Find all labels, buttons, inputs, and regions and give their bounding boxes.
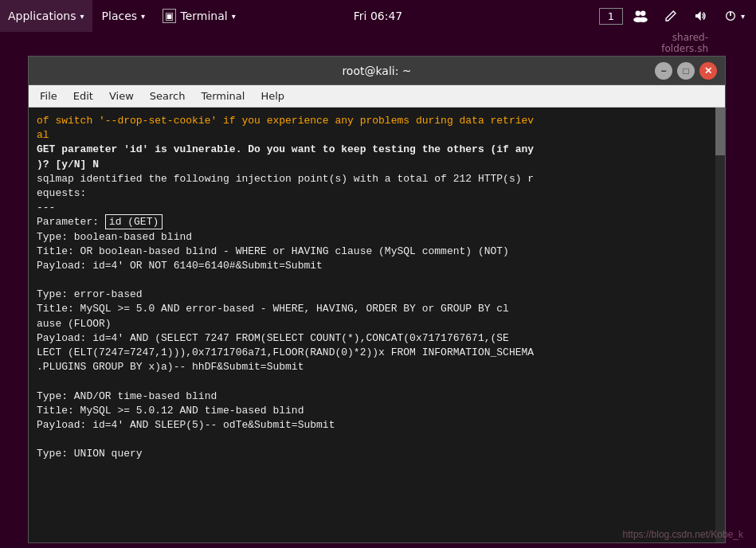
volume-icon [693,10,707,22]
output-line-1: of switch '--drop-set-cookie' if you exp… [37,114,717,128]
workspace-box[interactable]: 1 [599,8,623,25]
taskbar-right: 1 ▾ [599,6,756,25]
applications-menu[interactable]: Applications ▾ [0,0,92,32]
svg-point-1 [640,11,645,16]
title-bar: root@kali: ~ − □ ✕ [29,57,725,85]
pen-icon [664,10,677,22]
output-line-20: Type: AND/OR time-based blind [37,389,717,404]
window-controls: − □ ✕ [655,62,717,80]
menu-file[interactable]: File [32,88,65,104]
output-line-4: )? [y/N] N [37,158,717,172]
taskbar: Applications ▾ Places ▾ ▣ Terminal ▾ Fri… [0,0,756,32]
users-icon [633,10,648,22]
output-line-17: LECT (ELT(7247=7247,1))),0x7171706a71,FL… [37,346,717,360]
terminal-icon: ▣ [163,9,176,23]
output-line-12 [37,273,717,288]
applications-label: Applications [8,10,76,22]
output-line-9: Type: boolean-based blind [37,230,717,245]
param-label: Parameter: [37,216,99,228]
volume-icon-btn[interactable] [687,6,714,25]
close-button[interactable]: ✕ [699,62,717,80]
users-icon-btn[interactable] [626,6,655,25]
output-line-5: sqlmap identified the following injectio… [37,172,717,186]
output-line-15: ause (FLOOR) [37,317,717,331]
url-text: https://blog.csdn.net/Kobe_k [623,529,743,540]
menu-bar: File Edit View Search Terminal Help [29,85,725,108]
output-line-21: Title: MySQL >= 5.0.12 AND time-based bl… [37,404,717,418]
desktop-shared-folders: shared- folders.sh [661,32,708,54]
output-line-19 [37,374,717,389]
terminal-label: Terminal [180,10,227,22]
output-line-16: Payload: id=4' AND (SELECT 7247 FROM(SEL… [37,331,717,346]
taskbar-clock: Fri 06:47 [354,10,402,22]
svg-point-3 [639,18,648,22]
menu-search[interactable]: Search [142,88,194,104]
output-line-2: al [37,128,717,143]
terminal-output[interactable]: of switch '--drop-set-cookie' if you exp… [29,108,725,542]
output-line-24: Type: UNION query [37,447,717,461]
maximize-button[interactable]: □ [677,62,695,80]
output-line-6: equests: [37,186,717,201]
datetime-display: Fri 06:47 [354,10,402,22]
minimize-button[interactable]: − [655,62,672,80]
svg-marker-4 [695,11,701,21]
shared-folders-line2: folders.sh [661,43,708,54]
menu-terminal[interactable]: Terminal [193,88,253,104]
places-menu[interactable]: Places ▾ [94,0,154,32]
output-line-10: Title: OR boolean-based blind - WHERE or… [37,245,717,259]
shared-folders-line1: shared- [661,32,708,43]
places-chevron-icon: ▾ [141,12,145,21]
scrollbar[interactable] [715,108,725,542]
output-line-18: .PLUGINS GROUP BY x)a)-- hhDF&Submit=Sub… [37,360,717,374]
terminal-chevron-icon: ▾ [232,12,236,21]
applications-chevron-icon: ▾ [80,12,84,21]
power-icon-btn[interactable]: ▾ [717,6,751,25]
terminal-menu[interactable]: ▣ Terminal ▾ [155,0,244,32]
output-line-7: --- [37,201,717,215]
title-text: root@kali: ~ [342,65,411,77]
places-label: Places [102,10,138,22]
param-highlight: id (GET) [105,214,163,229]
svg-point-0 [636,11,640,16]
pen-icon-btn[interactable] [658,6,684,25]
menu-edit[interactable]: Edit [65,88,101,104]
scrollbar-thumb[interactable] [715,108,725,155]
terminal-window: root@kali: ~ − □ ✕ File Edit View Search… [28,56,726,543]
power-chevron-icon: ▾ [741,12,745,21]
output-line-13: Type: error-based [37,288,717,302]
menu-help[interactable]: Help [253,88,292,104]
output-line-23 [37,433,717,447]
output-line-8: Parameter: id (GET) [37,215,717,229]
taskbar-left: Applications ▾ Places ▾ ▣ Terminal ▾ [0,0,244,32]
output-line-11: Payload: id=4' OR NOT 6140=6140#&Submit=… [37,259,717,273]
output-line-3: GET parameter 'id' is vulnerable. Do you… [37,143,717,157]
output-line-22: Payload: id=4' AND SLEEP(5)-- odTe&Submi… [37,418,717,433]
menu-view[interactable]: View [101,88,142,104]
workspace-number: 1 [608,10,614,22]
url-watermark: https://blog.csdn.net/Kobe_k [623,529,743,540]
power-icon [723,10,738,22]
output-line-14: Title: MySQL >= 5.0 AND error-based - WH… [37,302,717,316]
